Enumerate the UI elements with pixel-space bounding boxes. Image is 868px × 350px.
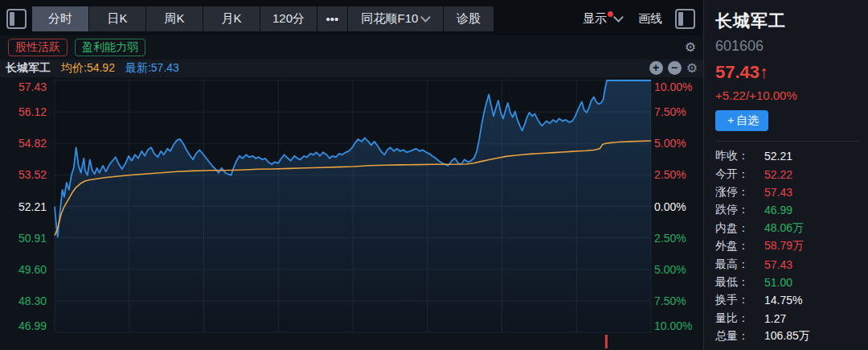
chart-pane: 分时日K周K月K120分•••同花顺F10诊股 显示 画线 股性活跃盈利能力弱 … <box>0 0 703 350</box>
quote-row: 量比：1.27 <box>715 310 860 327</box>
tab-8[interactable]: 诊股 <box>444 6 493 31</box>
quote-row-value: 57.43 <box>764 258 792 271</box>
legend-average-price: 均价:54.92 <box>61 61 115 76</box>
quote-panel: 长城军工 601606 57.43↑ +5.22/+10.00% ＋自选 昨收：… <box>703 0 868 350</box>
quote-row-value: 51.00 <box>764 276 792 289</box>
quote-row-label: 总量： <box>715 329 764 344</box>
quote-row: 内盘：48.06万 <box>715 220 860 237</box>
quote-row: 昨收：52.21 <box>715 147 860 165</box>
chart-legend-bar: 长城军工 均价:54.92 最新:57.43 + − ⚙ <box>0 60 703 77</box>
quote-row: 今开：52.22 <box>715 165 860 183</box>
trait-tag: 股性活跃 <box>8 39 68 56</box>
toggle-right-panel-icon[interactable] <box>675 9 695 29</box>
chart-settings-gear-icon[interactable]: ⚙ <box>686 61 698 75</box>
quote-row-value: 1.27 <box>764 312 786 325</box>
stock-trait-row: 股性活跃盈利能力弱 ⚙ <box>0 35 703 60</box>
period-tabs: 分时日K周K月K120分•••同花顺F10诊股 <box>32 6 493 31</box>
quote-row-value: 58.79万 <box>764 239 804 253</box>
display-menu-label: 显示 <box>583 11 607 27</box>
quote-row-value: 57.43 <box>764 186 792 199</box>
quote-row: 跌停：46.99 <box>715 201 860 219</box>
zoom-in-button[interactable]: + <box>649 61 663 75</box>
quote-row: 外盘：58.79万 <box>715 237 860 255</box>
tab-label: 同花顺F10 <box>362 11 419 27</box>
quote-row-label: 内盘： <box>715 221 764 236</box>
notification-dot-icon <box>608 11 613 17</box>
draw-line-button[interactable]: 画线 <box>638 11 662 27</box>
quote-row-value: 14.75% <box>764 294 802 307</box>
quote-row: 涨停：57.43 <box>715 183 860 201</box>
panel-bar-glyph <box>678 12 683 26</box>
tab-3[interactable]: 周K <box>146 6 203 31</box>
quote-row: 总量：106.85万 <box>715 327 860 345</box>
settings-gear-icon[interactable]: ⚙ <box>685 40 696 55</box>
stock-trait-tags: 股性活跃盈利能力弱 <box>8 39 153 56</box>
quote-row: 最高：57.43 <box>715 255 860 273</box>
price-change: +5.22/+10.00% <box>715 89 860 102</box>
quote-row: 最低：51.00 <box>715 274 860 291</box>
quote-row-label: 昨收： <box>715 149 764 163</box>
display-menu-button[interactable]: 显示 <box>583 11 625 27</box>
quote-row-value: 52.21 <box>764 150 792 163</box>
legend-latest-price: 最新:57.43 <box>125 61 179 76</box>
intraday-chart-canvas <box>0 77 703 350</box>
quote-row-value: 106.85万 <box>764 329 810 344</box>
chevron-down-icon <box>421 12 432 23</box>
tab-2[interactable]: 日K <box>89 6 145 31</box>
chevron-down-icon <box>613 12 624 23</box>
chart-zoom-controls: + − ⚙ <box>649 61 698 75</box>
panel-bar-glyph <box>10 12 14 26</box>
tab-label: 分时 <box>48 11 72 27</box>
quote-row-label: 最高： <box>715 257 764 272</box>
stock-code: 601606 <box>715 38 860 55</box>
quote-row-value: 46.99 <box>764 204 792 216</box>
tab-7[interactable]: 同花顺F10 <box>348 6 443 31</box>
quote-row-label: 今开： <box>715 167 764 182</box>
add-to-watchlist-button[interactable]: ＋自选 <box>715 110 768 131</box>
last-price: 57.43↑ <box>715 62 860 83</box>
quote-row-label: 换手： <box>715 293 764 307</box>
tab-6[interactable]: ••• <box>317 6 347 31</box>
quote-row-label: 涨停： <box>715 185 764 200</box>
zoom-out-button[interactable]: − <box>668 61 682 75</box>
tab-5[interactable]: 120分 <box>260 6 317 31</box>
tab-label: ••• <box>326 12 339 26</box>
tab-4[interactable]: 月K <box>203 6 260 31</box>
toolbar-right-group: 显示 画线 <box>583 9 703 29</box>
quote-row-value: 48.06万 <box>764 221 804 236</box>
quote-row-label: 外盘： <box>715 239 764 253</box>
stock-app-window: 分时日K周K月K120分•••同花顺F10诊股 显示 画线 股性活跃盈利能力弱 … <box>0 0 868 350</box>
tab-label: 周K <box>164 11 184 27</box>
quote-row-value: 52.22 <box>764 168 792 181</box>
period-toolbar: 分时日K周K月K120分•••同花顺F10诊股 显示 画线 <box>0 0 703 35</box>
tab-1[interactable]: 分时 <box>32 6 88 31</box>
tab-label: 日K <box>107 11 127 27</box>
quote-row-label: 最低： <box>715 275 764 290</box>
quote-row-label: 跌停： <box>715 203 764 217</box>
quote-detail-table: 昨收：52.21今开：52.22涨停：57.43跌停：46.99内盘：48.06… <box>715 141 860 345</box>
tab-label: 120分 <box>272 11 305 27</box>
tab-label: 月K <box>221 11 241 27</box>
trait-tag: 盈利能力弱 <box>75 39 145 56</box>
toggle-left-panel-icon[interactable] <box>6 9 27 29</box>
stock-name: 长城军工 <box>715 10 860 32</box>
quote-row-label: 量比： <box>715 311 764 326</box>
intraday-chart[interactable]: 57.4356.1254.8253.5252.2150.9149.6048.30… <box>0 77 703 350</box>
quote-row: 换手：14.75% <box>715 291 860 309</box>
legend-stock-name: 长城军工 <box>6 61 51 76</box>
tab-label: 诊股 <box>457 11 481 27</box>
